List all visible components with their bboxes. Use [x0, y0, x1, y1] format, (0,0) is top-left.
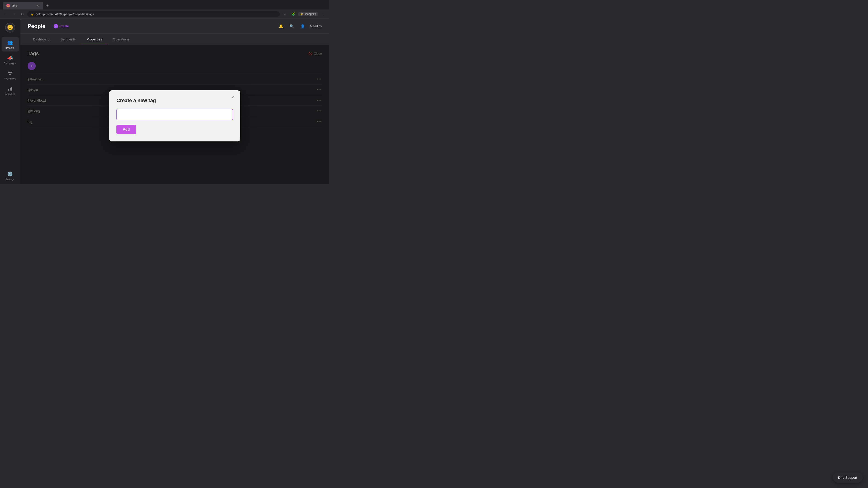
bell-icon: 🔔: [279, 24, 283, 29]
back-icon: ←: [4, 12, 8, 16]
search-icon: 🔍: [289, 24, 294, 29]
create-plus-icon: +: [54, 24, 58, 29]
campaigns-icon: 📣: [7, 55, 13, 61]
tab-operations[interactable]: Operations: [107, 34, 135, 45]
create-tag-modal: Create a new tag × Add: [109, 90, 240, 141]
svg-rect-1: [10, 72, 12, 73]
sidebar-item-settings-label: Settings: [6, 178, 15, 181]
svg-rect-6: [10, 88, 11, 91]
tab-favicon: 🍩: [6, 4, 10, 7]
main-content: People + Create 🔔 🔍 👤 Meadjoy: [20, 19, 329, 184]
close-icon: ×: [231, 95, 234, 100]
modal-title: Create a new tag: [116, 98, 233, 103]
tab-label: Drip: [12, 4, 17, 7]
url-text: getdrip.com/7641396/people/properties#ta…: [36, 12, 94, 16]
sidebar-item-campaigns[interactable]: 📣 Campaigns: [2, 53, 19, 67]
nav-actions: ☆ 🧩 🕵️ Incognito ⋮: [282, 11, 327, 17]
refresh-button[interactable]: ↻: [19, 11, 25, 17]
incognito-icon: 🕵️: [300, 12, 304, 15]
tab-close-button[interactable]: ✕: [36, 4, 40, 8]
content-area: Tags 🚫 Close + @beshyc... ••• @layla •••: [20, 45, 329, 184]
forward-icon: →: [12, 12, 16, 16]
new-tab-button[interactable]: +: [44, 2, 51, 9]
sidebar-logo: 😊: [5, 23, 15, 33]
tab-dashboard[interactable]: Dashboard: [28, 34, 55, 45]
sidebar-item-people[interactable]: 👥 People: [2, 37, 19, 52]
sidebar-item-people-label: People: [6, 46, 14, 49]
app-layout: 😊 👥 People 📣 Campaigns Workflows: [0, 19, 329, 184]
page-tabs: Dashboard Segments Properties Operations: [20, 34, 329, 45]
tag-name-input[interactable]: [116, 109, 233, 120]
incognito-badge: 🕵️ Incognito: [298, 12, 318, 16]
sidebar-item-workflows-label: Workflows: [4, 77, 16, 80]
user-icon: 👤: [299, 23, 306, 30]
menu-button[interactable]: ⋮: [320, 11, 327, 17]
sidebar-item-analytics-label: Analytics: [5, 93, 15, 95]
logo-icon: 😊: [5, 23, 15, 33]
workflows-icon: [7, 70, 13, 76]
svg-rect-5: [8, 89, 9, 91]
header-actions: 🔔 🔍 👤 Meadjoy: [277, 23, 322, 30]
analytics-icon: [7, 86, 13, 92]
browser-chrome: 🍩 Drip ✕ + ← → ↻ 🔒 getdrip.com/7641396/p…: [0, 0, 329, 19]
create-button[interactable]: + Create: [51, 23, 72, 30]
modal-close-button[interactable]: ×: [229, 94, 236, 100]
sidebar-item-workflows[interactable]: Workflows: [2, 68, 19, 82]
sidebar-item-analytics[interactable]: Analytics: [2, 83, 19, 98]
user-name[interactable]: Meadjoy: [310, 24, 322, 28]
notifications-button[interactable]: 🔔: [277, 23, 285, 30]
sidebar: 😊 👥 People 📣 Campaigns Workflows: [0, 19, 20, 184]
address-bar[interactable]: 🔒 getdrip.com/7641396/people/properties#…: [27, 11, 280, 17]
refresh-icon: ↻: [21, 12, 24, 16]
forward-button[interactable]: →: [11, 11, 17, 17]
settings-icon: ⚙️: [7, 171, 13, 177]
active-tab[interactable]: 🍩 Drip ✕: [3, 2, 43, 9]
page-header: People + Create 🔔 🔍 👤 Meadjoy: [20, 19, 329, 34]
search-button[interactable]: 🔍: [288, 23, 296, 30]
people-icon: 👥: [7, 39, 13, 46]
extensions-button[interactable]: 🧩: [290, 11, 296, 17]
sidebar-item-campaigns-label: Campaigns: [4, 62, 17, 65]
user-avatar-icon: 👤: [301, 24, 305, 29]
tab-bar: 🍩 Drip ✕ +: [0, 0, 329, 9]
incognito-label: Incognito: [305, 12, 316, 15]
create-label: Create: [59, 24, 69, 28]
sidebar-item-settings[interactable]: ⚙️ Settings: [2, 168, 19, 183]
modal-overlay: Create a new tag × Add: [20, 45, 329, 184]
back-button[interactable]: ←: [3, 11, 9, 17]
star-button[interactable]: ☆: [282, 11, 288, 17]
tab-segments[interactable]: Segments: [55, 34, 81, 45]
svg-rect-7: [11, 87, 12, 91]
lock-icon: 🔒: [31, 13, 34, 15]
modal-add-button[interactable]: Add: [116, 125, 136, 134]
nav-bar: ← → ↻ 🔒 getdrip.com/7641396/people/prope…: [0, 9, 329, 19]
page-title: People: [28, 23, 45, 29]
tab-properties[interactable]: Properties: [81, 34, 107, 45]
